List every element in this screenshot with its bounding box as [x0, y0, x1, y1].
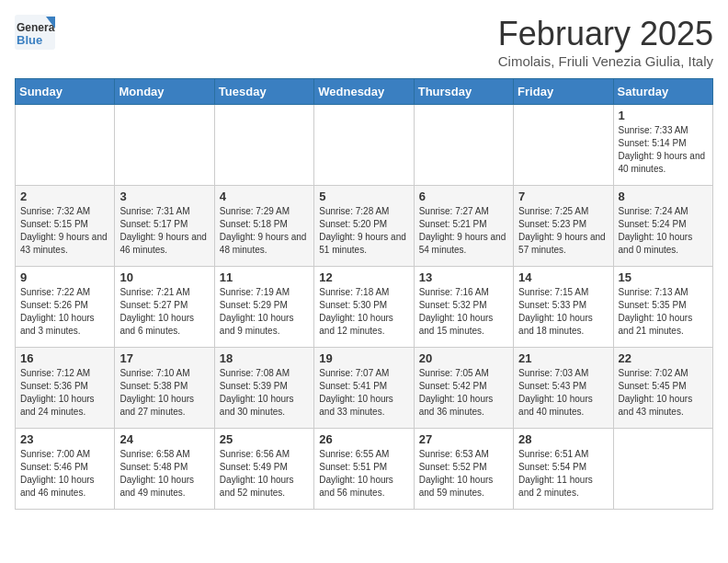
calendar-cell: 8Sunrise: 7:24 AM Sunset: 5:24 PM Daylig… — [613, 186, 712, 267]
calendar-cell — [613, 429, 712, 510]
day-number: 25 — [220, 432, 309, 446]
day-number: 17 — [119, 351, 209, 365]
calendar-cell — [414, 105, 513, 186]
calendar-cell: 22Sunrise: 7:02 AM Sunset: 5:45 PM Dayli… — [613, 348, 712, 429]
calendar-cell: 24Sunrise: 6:58 AM Sunset: 5:48 PM Dayli… — [115, 429, 214, 510]
calendar-cell: 9Sunrise: 7:22 AM Sunset: 5:26 PM Daylig… — [16, 267, 115, 348]
day-info: Sunrise: 7:03 AM Sunset: 5:43 PM Dayligh… — [518, 367, 608, 419]
calendar-cell: 20Sunrise: 7:05 AM Sunset: 5:42 PM Dayli… — [414, 348, 513, 429]
calendar-cell: 13Sunrise: 7:16 AM Sunset: 5:32 PM Dayli… — [414, 267, 513, 348]
calendar-cell: 1Sunrise: 7:33 AM Sunset: 5:14 PM Daylig… — [613, 105, 712, 186]
day-number: 9 — [20, 270, 109, 284]
title-area: February 2025 Cimolais, Friuli Venezia G… — [498, 15, 713, 69]
day-of-week-header: Sunday — [16, 79, 115, 105]
day-number: 23 — [20, 432, 109, 446]
day-info: Sunrise: 7:31 AM Sunset: 5:17 PM Dayligh… — [119, 205, 209, 257]
calendar-cell: 14Sunrise: 7:15 AM Sunset: 5:33 PM Dayli… — [514, 267, 613, 348]
calendar-cell: 2Sunrise: 7:32 AM Sunset: 5:15 PM Daylig… — [16, 186, 115, 267]
day-number: 8 — [619, 190, 708, 203]
day-number: 14 — [518, 270, 608, 284]
day-info: Sunrise: 6:55 AM Sunset: 5:51 PM Dayligh… — [319, 448, 408, 500]
day-info: Sunrise: 7:24 AM Sunset: 5:24 PM Dayligh… — [619, 205, 708, 257]
day-number: 4 — [220, 190, 309, 203]
day-number: 10 — [119, 270, 209, 284]
day-info: Sunrise: 6:56 AM Sunset: 5:49 PM Dayligh… — [220, 448, 309, 500]
day-info: Sunrise: 7:05 AM Sunset: 5:42 PM Dayligh… — [419, 367, 508, 419]
day-number: 21 — [518, 351, 608, 365]
day-info: Sunrise: 7:25 AM Sunset: 5:23 PM Dayligh… — [518, 205, 608, 257]
day-number: 1 — [619, 109, 708, 122]
calendar-week-row: 9Sunrise: 7:22 AM Sunset: 5:26 PM Daylig… — [16, 267, 713, 348]
day-info: Sunrise: 6:58 AM Sunset: 5:48 PM Dayligh… — [119, 448, 209, 500]
day-info: Sunrise: 7:28 AM Sunset: 5:20 PM Dayligh… — [319, 205, 408, 257]
day-info: Sunrise: 6:53 AM Sunset: 5:52 PM Dayligh… — [419, 448, 508, 500]
day-info: Sunrise: 7:32 AM Sunset: 5:15 PM Dayligh… — [20, 205, 109, 257]
calendar-week-row: 2Sunrise: 7:32 AM Sunset: 5:15 PM Daylig… — [16, 186, 713, 267]
calendar-cell: 25Sunrise: 6:56 AM Sunset: 5:49 PM Dayli… — [214, 429, 313, 510]
calendar: SundayMondayTuesdayWednesdayThursdayFrid… — [15, 78, 713, 510]
day-number: 15 — [619, 270, 708, 284]
day-number: 3 — [119, 190, 209, 203]
day-number: 28 — [518, 432, 608, 446]
calendar-cell: 15Sunrise: 7:13 AM Sunset: 5:35 PM Dayli… — [613, 267, 712, 348]
calendar-cell: 17Sunrise: 7:10 AM Sunset: 5:38 PM Dayli… — [115, 348, 214, 429]
calendar-cell — [514, 105, 613, 186]
day-info: Sunrise: 7:19 AM Sunset: 5:29 PM Dayligh… — [220, 286, 309, 338]
calendar-cell: 4Sunrise: 7:29 AM Sunset: 5:18 PM Daylig… — [214, 186, 313, 267]
calendar-cell: 6Sunrise: 7:27 AM Sunset: 5:21 PM Daylig… — [414, 186, 513, 267]
calendar-header-row: SundayMondayTuesdayWednesdayThursdayFrid… — [16, 79, 713, 105]
day-info: Sunrise: 7:00 AM Sunset: 5:46 PM Dayligh… — [20, 448, 109, 500]
day-info: Sunrise: 7:12 AM Sunset: 5:36 PM Dayligh… — [20, 367, 109, 419]
svg-text:General: General — [17, 21, 55, 34]
day-info: Sunrise: 7:18 AM Sunset: 5:30 PM Dayligh… — [319, 286, 408, 338]
day-number: 5 — [319, 190, 408, 203]
calendar-cell: 26Sunrise: 6:55 AM Sunset: 5:51 PM Dayli… — [314, 429, 414, 510]
calendar-cell: 16Sunrise: 7:12 AM Sunset: 5:36 PM Dayli… — [16, 348, 115, 429]
day-of-week-header: Tuesday — [214, 79, 313, 105]
calendar-cell: 3Sunrise: 7:31 AM Sunset: 5:17 PM Daylig… — [115, 186, 214, 267]
day-number: 6 — [419, 190, 508, 203]
day-of-week-header: Saturday — [613, 79, 712, 105]
logo: General Blue — [15, 15, 55, 50]
subtitle: Cimolais, Friuli Venezia Giulia, Italy — [498, 53, 713, 69]
svg-text:Blue: Blue — [17, 33, 42, 47]
day-info: Sunrise: 7:33 AM Sunset: 5:14 PM Dayligh… — [619, 124, 708, 176]
day-number: 22 — [619, 351, 708, 365]
day-number: 20 — [419, 351, 508, 365]
day-info: Sunrise: 7:29 AM Sunset: 5:18 PM Dayligh… — [220, 205, 309, 257]
day-number: 2 — [20, 190, 109, 203]
logo-icon: General Blue — [15, 15, 55, 50]
day-number: 27 — [419, 432, 508, 446]
calendar-cell — [314, 105, 414, 186]
day-number: 12 — [319, 270, 408, 284]
calendar-cell: 12Sunrise: 7:18 AM Sunset: 5:30 PM Dayli… — [314, 267, 414, 348]
calendar-cell: 27Sunrise: 6:53 AM Sunset: 5:52 PM Dayli… — [414, 429, 513, 510]
calendar-cell: 23Sunrise: 7:00 AM Sunset: 5:46 PM Dayli… — [16, 429, 115, 510]
calendar-cell — [16, 105, 115, 186]
calendar-cell: 5Sunrise: 7:28 AM Sunset: 5:20 PM Daylig… — [314, 186, 414, 267]
day-number: 19 — [319, 351, 408, 365]
day-number: 24 — [119, 432, 209, 446]
day-info: Sunrise: 7:22 AM Sunset: 5:26 PM Dayligh… — [20, 286, 109, 338]
day-number: 18 — [220, 351, 309, 365]
day-of-week-header: Wednesday — [314, 79, 414, 105]
day-number: 11 — [220, 270, 309, 284]
day-info: Sunrise: 7:27 AM Sunset: 5:21 PM Dayligh… — [419, 205, 508, 257]
month-title: February 2025 — [498, 15, 713, 53]
day-number: 13 — [419, 270, 508, 284]
header: General Blue February 2025 Cimolais, Fri… — [15, 15, 713, 69]
calendar-cell: 21Sunrise: 7:03 AM Sunset: 5:43 PM Dayli… — [514, 348, 613, 429]
day-info: Sunrise: 7:08 AM Sunset: 5:39 PM Dayligh… — [220, 367, 309, 419]
day-info: Sunrise: 7:21 AM Sunset: 5:27 PM Dayligh… — [119, 286, 209, 338]
day-of-week-header: Monday — [115, 79, 214, 105]
day-number: 26 — [319, 432, 408, 446]
day-info: Sunrise: 7:07 AM Sunset: 5:41 PM Dayligh… — [319, 367, 408, 419]
day-info: Sunrise: 7:13 AM Sunset: 5:35 PM Dayligh… — [619, 286, 708, 338]
calendar-week-row: 23Sunrise: 7:00 AM Sunset: 5:46 PM Dayli… — [16, 429, 713, 510]
day-of-week-header: Friday — [514, 79, 613, 105]
day-info: Sunrise: 7:02 AM Sunset: 5:45 PM Dayligh… — [619, 367, 708, 419]
day-info: Sunrise: 7:15 AM Sunset: 5:33 PM Dayligh… — [518, 286, 608, 338]
day-info: Sunrise: 6:51 AM Sunset: 5:54 PM Dayligh… — [518, 448, 608, 500]
calendar-cell: 11Sunrise: 7:19 AM Sunset: 5:29 PM Dayli… — [214, 267, 313, 348]
calendar-cell: 18Sunrise: 7:08 AM Sunset: 5:39 PM Dayli… — [214, 348, 313, 429]
